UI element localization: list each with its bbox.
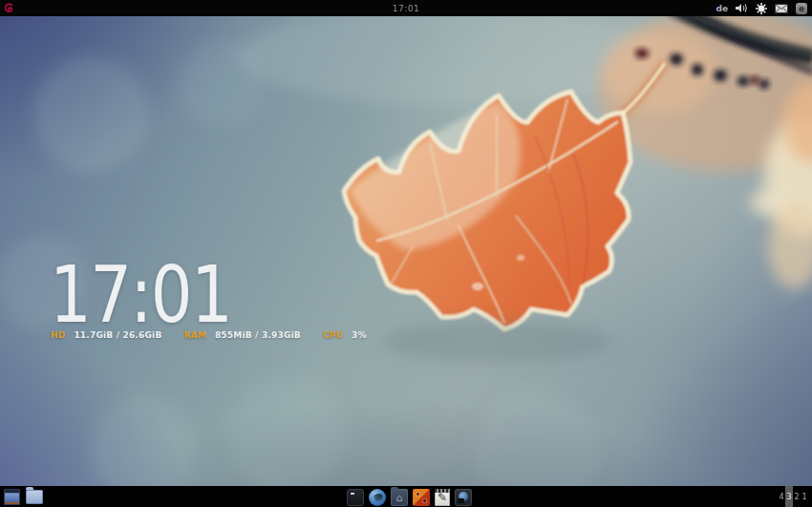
workspace-pager: 4 3 2 1 [778, 486, 808, 507]
debian-logo-icon [2, 2, 15, 15]
thunderbird-icon[interactable] [369, 489, 386, 506]
mail-icon[interactable] [775, 2, 788, 14]
launcher-dock: ⌂ ✎ [347, 489, 472, 506]
autumn-leaf-graphic [0, 0, 812, 507]
volume-icon[interactable] [736, 2, 748, 14]
system-tray: de [716, 0, 812, 16]
settings-icon[interactable] [413, 489, 430, 506]
top-panel: 17:01 de [0, 0, 812, 16]
terminal-icon[interactable] [347, 489, 364, 506]
minimized-window-button[interactable] [4, 489, 20, 505]
notes-icon[interactable]: ✎ [435, 489, 450, 506]
keyboard-layout-indicator[interactable]: de [716, 4, 728, 13]
workspace-3-active[interactable]: 3 [785, 486, 793, 507]
home-folder-icon[interactable]: ⌂ [391, 489, 408, 506]
screenshot-icon[interactable] [455, 489, 472, 506]
taskbar: ⌂ ✎ 4 3 2 1 [0, 486, 812, 507]
brightness-icon[interactable] [756, 2, 767, 14]
window-list [0, 489, 43, 505]
wallpaper [0, 0, 812, 507]
panel-clock: 17:01 [0, 4, 812, 13]
workspace-4[interactable]: 4 [778, 486, 785, 507]
pencil-glyph: ✎ [438, 492, 447, 503]
oak-leaf [344, 92, 630, 329]
desktop-screen: 17:01 HD 11.7GiB / 26.6GiB RAM 855MiB / … [0, 0, 812, 507]
workspace-2[interactable]: 2 [793, 486, 801, 507]
file-manager-window-button[interactable] [26, 490, 43, 504]
workspace-1[interactable]: 1 [801, 486, 808, 507]
app-indicator-icon[interactable]: e [796, 2, 807, 14]
home-glyph: ⌂ [396, 493, 403, 503]
leaf-shadow [382, 321, 611, 363]
menu-button[interactable] [0, 0, 15, 16]
